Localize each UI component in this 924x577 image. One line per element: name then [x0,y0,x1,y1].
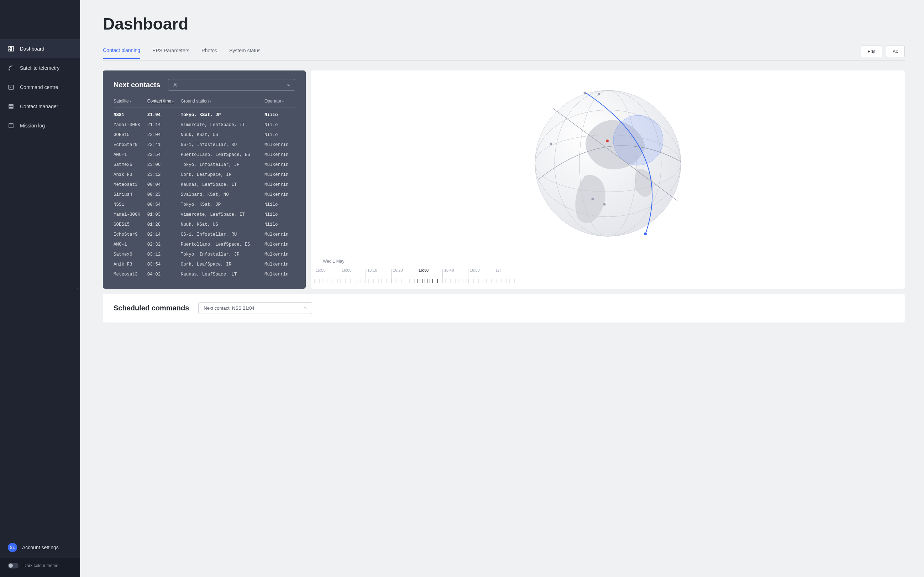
timeline-tick-label: 15:50 [316,268,340,272]
table-cell: GOES15 [114,130,147,140]
timeline-tick[interactable]: 16:10 [365,269,391,283]
table-row[interactable]: Satmex623:06Tokyo, Infostellar, JPMulker… [114,160,295,170]
table-cell: 22:04 [147,130,181,140]
table-row[interactable]: Sirius400:23Svalbard, KSat, NOMulkerrin [114,190,295,200]
chevron-updown-icon: ⇅ [304,306,307,310]
timeline-tick[interactable]: 16:20 [391,269,417,283]
table-row[interactable]: GOES1522:04Nuuk, KSat, USNiilo [114,130,295,140]
table-cell: Meteosat3 [114,180,147,190]
svg-rect-4 [8,85,13,89]
coverage-circle [613,115,663,165]
svg-rect-8 [9,124,13,128]
account-settings[interactable]: SL Account settings [0,537,80,558]
satellite-icon [8,65,14,71]
timeline-tick[interactable]: 17: [494,269,519,283]
chevron-updown-icon: ⇅ [287,83,290,87]
table-cell: Niilo [264,210,295,220]
ground-station-dot [606,140,608,142]
page-title: Dashboard [103,14,905,34]
log-icon [8,122,14,129]
table-cell: 22:54 [147,150,181,160]
table-row[interactable]: Meteosat304:02Kaunas, LeafSpace, LTMulke… [114,269,295,279]
table-cell: 00:04 [147,180,181,190]
table-cell: Mulkerrin [264,230,295,240]
sidebar-collapse-handle[interactable]: ‹ [76,282,80,296]
table-cell: Mulkerrin [264,150,295,160]
caret-icon: ▾ [172,100,174,103]
table-cell: 00:54 [147,200,181,210]
sidebar-item-label: Mission log [20,123,45,129]
table-row[interactable]: GOES1501:28Nuuk, KSat, USNiilo [114,220,295,230]
tab-contact-planning[interactable]: Contact planning [103,47,140,59]
table-row[interactable]: NSS100:54Tokyo, KSat, JPNiilo [114,200,295,210]
table-row[interactable]: AMC-102:32Puertollano, LeafSpace, ESMulk… [114,240,295,250]
timeline-tick[interactable]: 15:50 [314,269,340,283]
scheduled-contact-select[interactable]: Next contact: NSS 21:04 ⇅ [198,302,312,314]
table-cell: Mulkerrin [264,240,295,250]
tab-eps-parameters[interactable]: EPS Parameters [152,48,189,58]
scheduled-contact-value: Next contact: NSS 21:04 [204,305,254,311]
sidebar-item-command-centre[interactable]: Command centre [0,77,80,97]
col-ground-station[interactable]: Ground station▾ [181,98,264,108]
table-cell: 01:28 [147,220,181,230]
table-cell: 21:04 [147,108,181,120]
table-cell: EchoStar9 [114,140,147,150]
table-row[interactable]: Yamal-300K21:14Vimercate, LeafSpace, ITN… [114,120,295,130]
table-row[interactable]: Meteosat300:04Kaunas, LeafSpace, LTMulke… [114,180,295,190]
sidebar-item-dashboard[interactable]: Dashboard [0,39,80,58]
timeline-tick[interactable]: 16:50 [468,269,494,283]
globe-visualization[interactable] [314,74,901,253]
table-cell: Satmex6 [114,160,147,170]
timeline[interactable]: Wed 1 May 15:5016:0016:1016:2016:3016:40… [314,255,901,283]
table-cell: Mulkerrin [264,170,295,180]
table-row[interactable]: Anik F323:12Cork, LeafSpace, IRMulkerrin [114,170,295,180]
table-row[interactable]: AMC-122:54Puertollano, LeafSpace, ESMulk… [114,150,295,160]
sidebar-item-telemetry[interactable]: Satellite telemetry [0,58,80,77]
table-cell: Mulkerrin [264,190,295,200]
table-cell: Vimercate, LeafSpace, IT [181,120,264,130]
timeline-tick[interactable]: 16:00 [340,269,365,283]
table-row[interactable]: EchoStar922:41GS-1, Infostellar, RUMulke… [114,140,295,150]
timeline-tick-label: 16:20 [393,268,417,272]
caret-icon: ▾ [210,100,211,103]
table-cell: Tokyo, KSat, JP [181,108,264,120]
table-cell: 03:54 [147,259,181,269]
table-cell: Niilo [264,200,295,210]
table-cell: Niilo [264,120,295,130]
globe-card: Wed 1 May 15:5016:0016:1016:2016:3016:40… [311,71,905,288]
table-row[interactable]: Satmex603:12Tokyo, Infostellar, JPMulker… [114,250,295,259]
sidebar-item-mission-log[interactable]: Mission log [0,116,80,135]
tab-system-status[interactable]: System status [229,48,261,58]
table-cell: Puertollano, LeafSpace, ES [181,240,264,250]
table-cell: Puertollano, LeafSpace, ES [181,150,264,160]
table-row[interactable]: EchoStar902:14GS-1, Infostellar, RUMulke… [114,230,295,240]
table-cell: GS-1, Infostellar, RU [181,230,264,240]
add-button[interactable]: Ac [886,45,905,57]
table-cell: Satmex6 [114,250,147,259]
table-cell: 21:14 [147,120,181,130]
table-cell: GS-1, Infostellar, RU [181,140,264,150]
caret-icon: ▾ [282,100,284,103]
table-row[interactable]: Anik F303:54Cork, LeafSpace, IRMulkerrin [114,259,295,269]
theme-toggle[interactable] [8,563,19,569]
timeline-tick-label: 16:10 [367,268,391,272]
contacts-filter-select[interactable]: All ⇅ [168,79,295,91]
theme-row: Dark colour theme [0,558,80,577]
contacts-table: Satellite▾ Contact time▾ Ground station▾… [114,98,295,279]
table-cell: Nuuk, KSat, US [181,130,264,140]
next-contacts-title: Next contacts [114,81,160,89]
edit-button[interactable]: Edit [861,45,882,57]
col-satellite[interactable]: Satellite▾ [114,98,147,108]
timeline-tick[interactable]: 16:40 [443,269,468,283]
tab-photos[interactable]: Photos [201,48,217,58]
table-cell: GOES15 [114,220,147,230]
timeline-tick[interactable]: 16:30 [417,269,443,283]
sidebar-item-contact-manager[interactable]: Contact manager [0,97,80,116]
table-cell: Mulkerrin [264,180,295,190]
col-contact-time[interactable]: Contact time▾ [147,98,181,108]
col-operator[interactable]: Operator▾ [264,98,295,108]
table-row[interactable]: Yamal-300K01:03Vimercate, LeafSpace, ITN… [114,210,295,220]
table-cell: Vimercate, LeafSpace, IT [181,210,264,220]
table-row[interactable]: NSS121:04Tokyo, KSat, JPNiilo [114,108,295,120]
table-cell: AMC-1 [114,150,147,160]
